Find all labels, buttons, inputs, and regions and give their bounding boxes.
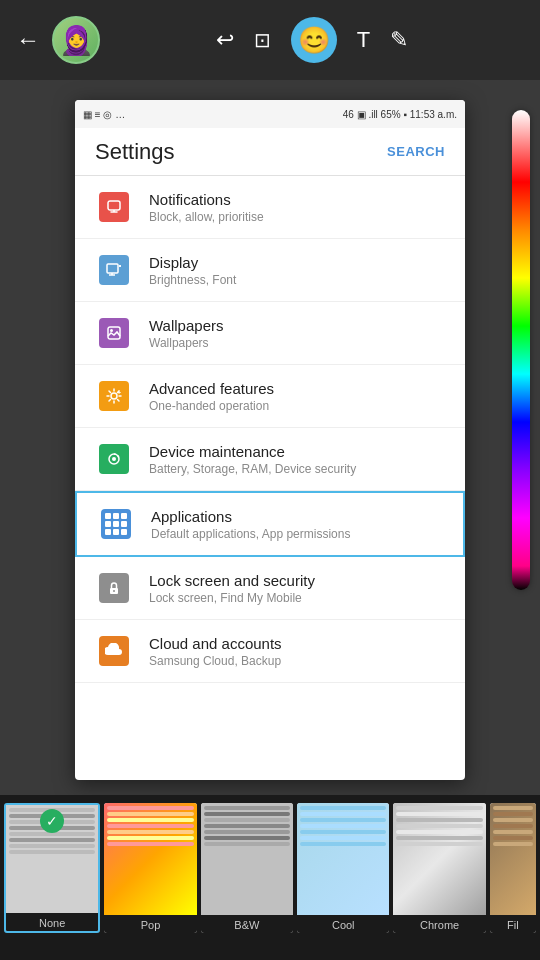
notifications-subtitle: Block, allow, prioritise	[149, 210, 445, 224]
lock-icon-container	[95, 569, 133, 607]
toolbar-center: ↩ ⊡ 😊 T ✎	[216, 17, 408, 63]
filter-pop-label: Pop	[104, 915, 196, 933]
settings-item-cloud[interactable]: Cloud and accounts Samsung Cloud, Backup	[75, 620, 465, 683]
svg-rect-3	[107, 264, 118, 273]
filter-cool-preview	[297, 803, 389, 915]
bottom-filter-strip: ✓ None Pop	[0, 795, 540, 960]
applications-title: Applications	[151, 508, 443, 525]
status-bar: ▦ ≡ ◎ … 46 ▣ .ill 65% ▪ 11:53 a.m.	[75, 100, 465, 128]
device-text: Device maintenance Battery, Storage, RAM…	[149, 443, 445, 476]
filter-film-thumbnail[interactable]: Fil	[490, 803, 536, 933]
filter-selected-check: ✓	[40, 809, 64, 833]
lock-title: Lock screen and security	[149, 572, 445, 589]
advanced-subtitle: One-handed operation	[149, 399, 445, 413]
applications-subtitle: Default applications, App permissions	[151, 527, 443, 541]
wallpapers-icon	[99, 318, 129, 348]
color-strip[interactable]	[512, 110, 530, 590]
svg-rect-0	[108, 201, 120, 210]
applications-text: Applications Default applications, App p…	[151, 508, 443, 541]
filter-pop-thumbnail[interactable]: Pop	[104, 803, 196, 933]
filter-film-label: Fil	[490, 915, 536, 933]
advanced-title: Advanced features	[149, 380, 445, 397]
wallpapers-subtitle: Wallpapers	[149, 336, 445, 350]
cloud-title: Cloud and accounts	[149, 635, 445, 652]
status-right-info: 46 ▣ .ill 65% ▪ 11:53 a.m.	[343, 109, 457, 120]
wallpapers-text: Wallpapers Wallpapers	[149, 317, 445, 350]
cloud-subtitle: Samsung Cloud, Backup	[149, 654, 445, 668]
crop-icon[interactable]: ⊡	[254, 28, 271, 52]
filter-chrome-label: Chrome	[393, 915, 485, 933]
cloud-text: Cloud and accounts Samsung Cloud, Backup	[149, 635, 445, 668]
cloud-icon-container	[95, 632, 133, 670]
settings-item-wallpapers[interactable]: Wallpapers Wallpapers	[75, 302, 465, 365]
settings-list: Notifications Block, allow, prioritise	[75, 176, 465, 683]
avatar[interactable]: 🧕	[52, 16, 100, 64]
filter-chrome-preview	[393, 803, 485, 915]
settings-item-display[interactable]: Display Brightness, Font	[75, 239, 465, 302]
phone-frame: ▦ ≡ ◎ … 46 ▣ .ill 65% ▪ 11:53 a.m. Setti…	[75, 100, 465, 780]
settings-item-notifications[interactable]: Notifications Block, allow, prioritise	[75, 176, 465, 239]
wallpapers-title: Wallpapers	[149, 317, 445, 334]
advanced-icon: +	[99, 381, 129, 411]
back-button[interactable]: ←	[16, 26, 40, 54]
smiley-button[interactable]: 😊	[291, 17, 337, 63]
filter-cool-thumbnail[interactable]: Cool	[297, 803, 389, 933]
smiley-icon: 😊	[298, 25, 330, 56]
filter-pop-preview	[104, 803, 196, 915]
device-icon	[99, 444, 129, 474]
filter-bw-label: B&W	[201, 915, 293, 933]
status-info-text: 46 ▣ .ill 65% ▪ 11:53 a.m.	[343, 109, 457, 120]
filter-bw-preview	[201, 803, 293, 915]
top-toolbar: ← 🧕 ↩ ⊡ 😊 T ✎	[0, 0, 540, 80]
settings-item-advanced[interactable]: + Advanced features One-handed operation	[75, 365, 465, 428]
display-text: Display Brightness, Font	[149, 254, 445, 287]
filter-bw-thumbnail[interactable]: B&W	[201, 803, 293, 933]
display-icon	[99, 255, 129, 285]
applications-icon	[101, 509, 131, 539]
undo-icon[interactable]: ↩	[216, 27, 234, 53]
avatar-image: 🧕	[59, 24, 94, 57]
text-tool-icon[interactable]: T	[357, 27, 370, 53]
grid-icon	[105, 513, 127, 535]
settings-header: Settings SEARCH	[75, 128, 465, 176]
status-icons: ▦ ≡ ◎ …	[83, 109, 125, 120]
lock-subtitle: Lock screen, Find My Mobile	[149, 591, 445, 605]
settings-item-applications[interactable]: Applications Default applications, App p…	[75, 491, 465, 557]
device-title: Device maintenance	[149, 443, 445, 460]
display-title: Display	[149, 254, 445, 271]
svg-text:+: +	[117, 389, 121, 396]
advanced-text: Advanced features One-handed operation	[149, 380, 445, 413]
pencil-icon[interactable]: ✎	[390, 27, 408, 53]
notifications-icon-container	[95, 188, 133, 226]
toolbar-left: ← 🧕	[16, 16, 100, 64]
device-icon-container	[95, 440, 133, 478]
cloud-icon	[99, 636, 129, 666]
lock-text: Lock screen and security Lock screen, Fi…	[149, 572, 445, 605]
status-left-icons: ▦ ≡ ◎ …	[83, 109, 125, 120]
lock-icon	[99, 573, 129, 603]
display-icon-container	[95, 251, 133, 289]
filter-none-label: None	[6, 913, 98, 931]
settings-title: Settings	[95, 139, 175, 165]
advanced-icon-container: +	[95, 377, 133, 415]
search-button[interactable]: SEARCH	[387, 144, 445, 159]
filter-none-thumbnail[interactable]: ✓ None	[4, 803, 100, 933]
svg-point-13	[112, 457, 116, 461]
display-subtitle: Brightness, Font	[149, 273, 445, 287]
filter-chrome-thumbnail[interactable]: Chrome	[393, 803, 485, 933]
notifications-title: Notifications	[149, 191, 445, 208]
wallpapers-icon-container	[95, 314, 133, 352]
applications-icon-container	[97, 505, 135, 543]
svg-point-15	[113, 590, 115, 592]
notifications-text: Notifications Block, allow, prioritise	[149, 191, 445, 224]
settings-item-device[interactable]: Device maintenance Battery, Storage, RAM…	[75, 428, 465, 491]
filter-cool-label: Cool	[297, 915, 389, 933]
filter-film-preview	[490, 803, 536, 915]
settings-item-lock[interactable]: Lock screen and security Lock screen, Fi…	[75, 557, 465, 620]
notifications-icon	[99, 192, 129, 222]
device-subtitle: Battery, Storage, RAM, Device security	[149, 462, 445, 476]
svg-point-9	[110, 329, 113, 332]
